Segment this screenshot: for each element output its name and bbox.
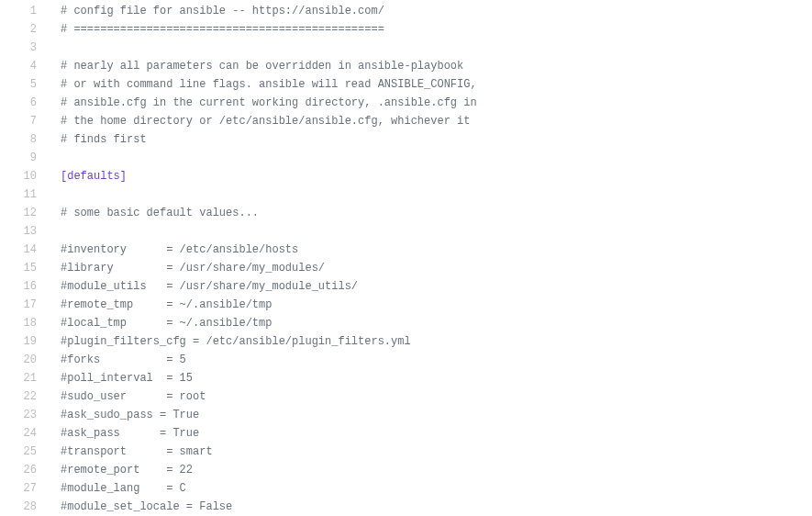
line-number[interactable]: 9: [0, 149, 46, 167]
line-content[interactable]: #sudo_user = root: [46, 387, 812, 406]
line-number[interactable]: 14: [0, 241, 46, 259]
code-line: 20#forks = 5: [0, 351, 812, 369]
line-number[interactable]: 15: [0, 259, 46, 277]
line-number[interactable]: 18: [0, 314, 46, 332]
line-number[interactable]: 3: [0, 39, 46, 57]
code-line: 26#remote_port = 22: [0, 461, 812, 479]
line-number[interactable]: 20: [0, 351, 46, 369]
code-line: 21#poll_interval = 15: [0, 369, 812, 387]
code-line: 7# the home directory or /etc/ansible/an…: [0, 112, 812, 130]
code-token: #sudo_user = root: [61, 390, 206, 403]
line-number[interactable]: 22: [0, 387, 46, 406]
line-number[interactable]: 13: [0, 222, 46, 241]
line-number[interactable]: 6: [0, 94, 46, 112]
code-token: # finds first: [61, 133, 147, 146]
line-number[interactable]: 10: [0, 167, 46, 185]
code-token: #library = /usr/share/my_modules/: [61, 262, 325, 275]
code-token: # the home directory or /etc/ansible/ans…: [61, 115, 470, 128]
code-line: 18#local_tmp = ~/.ansible/tmp: [0, 314, 812, 332]
line-content[interactable]: # the home directory or /etc/ansible/ans…: [46, 112, 812, 130]
line-content[interactable]: # nearly all parameters can be overridde…: [46, 57, 812, 75]
line-content[interactable]: [46, 39, 812, 57]
line-content[interactable]: #ask_sudo_pass = True: [46, 406, 812, 424]
code-token: #module_set_locale = False: [61, 500, 232, 513]
line-content[interactable]: # config file for ansible -- https://ans…: [46, 2, 812, 20]
code-token: #inventory = /etc/ansible/hosts: [61, 243, 298, 256]
line-number[interactable]: 21: [0, 369, 46, 387]
code-line: 23#ask_sudo_pass = True: [0, 406, 812, 424]
code-line: 11: [0, 185, 812, 204]
line-content[interactable]: # ansible.cfg in the current working dir…: [46, 94, 812, 112]
code-line: 28#module_set_locale = False: [0, 498, 812, 516]
code-token: # or with command line flags. ansible wi…: [61, 78, 477, 91]
line-content[interactable]: # or with command line flags. ansible wi…: [46, 75, 812, 94]
line-number[interactable]: 25: [0, 443, 46, 461]
line-content[interactable]: #ask_pass = True: [46, 424, 812, 443]
line-number[interactable]: 19: [0, 332, 46, 351]
line-content[interactable]: #module_set_locale = False: [46, 498, 812, 516]
line-number[interactable]: 24: [0, 424, 46, 443]
line-content[interactable]: #transport = smart: [46, 443, 812, 461]
code-token: #ask_sudo_pass = True: [61, 409, 199, 421]
line-number[interactable]: 16: [0, 277, 46, 296]
line-number[interactable]: 23: [0, 406, 46, 424]
line-content[interactable]: [defaults]: [46, 167, 812, 185]
line-content[interactable]: #module_lang = C: [46, 479, 812, 498]
code-line: 15#library = /usr/share/my_modules/: [0, 259, 812, 277]
line-number[interactable]: 12: [0, 204, 46, 222]
line-number[interactable]: 2: [0, 20, 46, 39]
line-number[interactable]: 4: [0, 57, 46, 75]
code-line: 17#remote_tmp = ~/.ansible/tmp: [0, 296, 812, 314]
line-content[interactable]: #inventory = /etc/ansible/hosts: [46, 241, 812, 259]
line-content[interactable]: #remote_port = 22: [46, 461, 812, 479]
code-line: 10[defaults]: [0, 167, 812, 185]
line-number[interactable]: 17: [0, 296, 46, 314]
code-line: 16#module_utils = /usr/share/my_module_u…: [0, 277, 812, 296]
line-content[interactable]: # some basic default values...: [46, 204, 812, 222]
line-content[interactable]: #poll_interval = 15: [46, 369, 812, 387]
code-line: 1# config file for ansible -- https://an…: [0, 2, 812, 20]
line-number[interactable]: 5: [0, 75, 46, 94]
line-number[interactable]: 28: [0, 498, 46, 516]
line-number[interactable]: 26: [0, 461, 46, 479]
line-content[interactable]: #module_utils = /usr/share/my_module_uti…: [46, 277, 812, 296]
code-token: #local_tmp = ~/.ansible/tmp: [61, 317, 272, 330]
code-line: 25#transport = smart: [0, 443, 812, 461]
code-token: #ask_pass = True: [61, 427, 199, 440]
line-number[interactable]: 27: [0, 479, 46, 498]
code-line: 12# some basic default values...: [0, 204, 812, 222]
code-line: 13: [0, 222, 812, 241]
line-content[interactable]: [46, 185, 812, 204]
code-line: 2# =====================================…: [0, 20, 812, 39]
code-token: # ======================================…: [61, 23, 384, 36]
line-content[interactable]: #local_tmp = ~/.ansible/tmp: [46, 314, 812, 332]
code-line: 4# nearly all parameters can be overridd…: [0, 57, 812, 75]
code-token: #transport = smart: [61, 445, 213, 458]
line-number[interactable]: 8: [0, 130, 46, 149]
code-token: #remote_port = 22: [61, 464, 193, 477]
code-line: 6# ansible.cfg in the current working di…: [0, 94, 812, 112]
code-viewer[interactable]: 1# config file for ansible -- https://an…: [0, 0, 812, 516]
code-line: 19#plugin_filters_cfg = /etc/ansible/plu…: [0, 332, 812, 351]
code-line: 8# finds first: [0, 130, 812, 149]
code-line: 3: [0, 39, 812, 57]
line-content[interactable]: #remote_tmp = ~/.ansible/tmp: [46, 296, 812, 314]
line-number[interactable]: 7: [0, 112, 46, 130]
line-number[interactable]: 1: [0, 2, 46, 20]
code-token: # some basic default values...: [61, 207, 259, 219]
line-content[interactable]: # ======================================…: [46, 20, 812, 39]
code-line: 5# or with command line flags. ansible w…: [0, 75, 812, 94]
line-content[interactable]: #library = /usr/share/my_modules/: [46, 259, 812, 277]
line-content[interactable]: #forks = 5: [46, 351, 812, 369]
line-number[interactable]: 11: [0, 185, 46, 204]
code-token: [defaults]: [61, 170, 127, 183]
code-line: 24#ask_pass = True: [0, 424, 812, 443]
code-token: #module_utils = /usr/share/my_module_uti…: [61, 280, 358, 293]
code-line: 22#sudo_user = root: [0, 387, 812, 406]
code-token: # config file for ansible -- https://ans…: [61, 5, 384, 17]
code-line: 9: [0, 149, 812, 167]
line-content[interactable]: [46, 222, 812, 241]
line-content[interactable]: #plugin_filters_cfg = /etc/ansible/plugi…: [46, 332, 812, 351]
line-content[interactable]: [46, 149, 812, 167]
line-content[interactable]: # finds first: [46, 130, 812, 149]
